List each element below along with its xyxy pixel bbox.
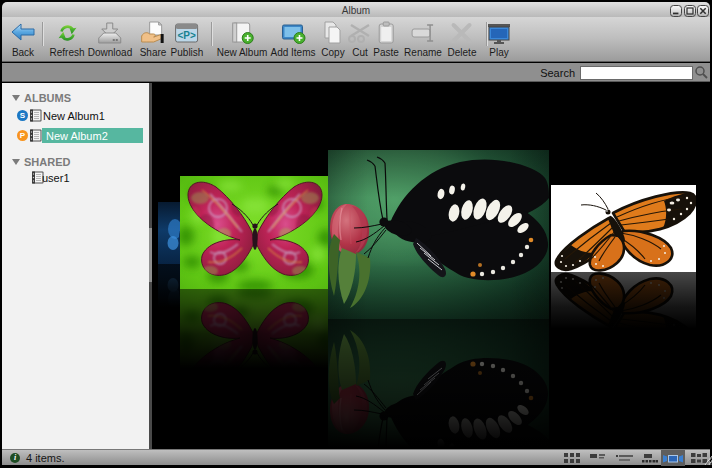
svg-text:<P>: <P> (178, 30, 197, 41)
